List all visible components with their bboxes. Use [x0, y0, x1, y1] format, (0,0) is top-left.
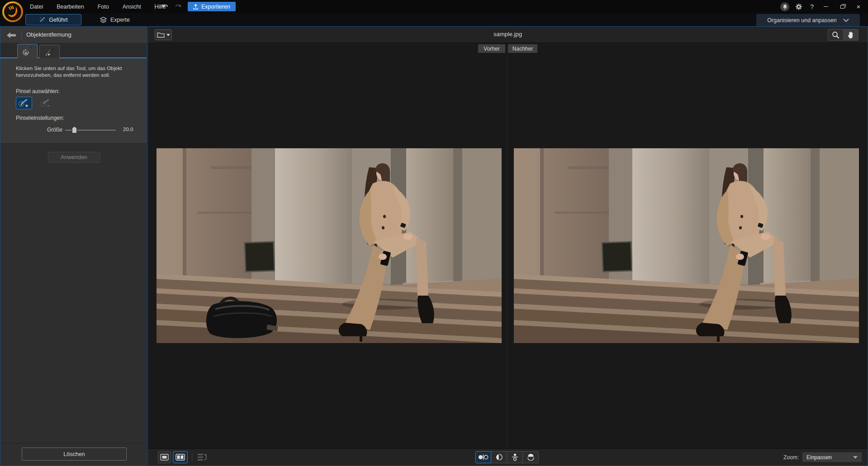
panel-header: Objektentfernung: [0, 27, 147, 43]
organize-adjust-button[interactable]: Organisieren und anpassen: [756, 14, 860, 26]
split-vertical-icon: [495, 454, 503, 461]
undo-button[interactable]: [159, 1, 171, 11]
filename-label: sample.jpg: [148, 31, 868, 38]
split-view-button[interactable]: [173, 451, 188, 463]
instruction-text: Klicken Sie unten auf das Tool, um das O…: [16, 65, 129, 79]
top-bottom-icon: [512, 453, 518, 461]
before-image[interactable]: [157, 148, 502, 343]
tab-mark-object[interactable]: [17, 44, 38, 58]
zoom-label: Zoom:: [783, 454, 799, 461]
size-slider-row: Größe 20.0: [0, 125, 147, 134]
maximize-button[interactable]: [836, 2, 848, 12]
zoom-value: Einpassen: [806, 454, 832, 461]
clear-button[interactable]: Löschen: [22, 447, 127, 461]
panel-title: Objektentfernung: [26, 31, 71, 38]
settings-button[interactable]: [794, 2, 804, 12]
back-arrow-icon: [7, 32, 16, 38]
brush-add-button[interactable]: [16, 97, 32, 109]
magic-wand-icon: [39, 17, 45, 23]
tab-expert-label: Experte: [110, 17, 130, 23]
compare-split-horizontal-button[interactable]: [523, 451, 539, 463]
toolbar-divider: [192, 453, 192, 461]
export-button[interactable]: Exportieren: [188, 2, 236, 11]
brush-add-icon: [18, 99, 30, 108]
tab-guided-label: Geführt: [49, 17, 68, 23]
tool-settings-section: Klicken Sie unten auf das Tool, um das O…: [0, 58, 147, 144]
brush-erase-icon: [44, 47, 56, 57]
size-value: 20.0: [123, 127, 133, 132]
minimize-button[interactable]: [820, 2, 832, 12]
size-slider-handle[interactable]: [72, 127, 77, 133]
single-view-icon: [160, 454, 169, 461]
back-button[interactable]: [4, 29, 19, 41]
gear-icon: [795, 3, 802, 10]
tab-guided[interactable]: Geführt: [25, 14, 81, 25]
undo-icon: [161, 3, 169, 9]
hand-icon: [847, 31, 854, 39]
zoom-caret-icon: [853, 456, 858, 459]
pane-divider: [507, 54, 508, 449]
history-button[interactable]: [196, 452, 209, 463]
header-divider: [21, 30, 22, 40]
minimize-icon: [824, 6, 828, 7]
redo-icon: [174, 3, 182, 9]
menu-ansicht[interactable]: Ansicht: [122, 3, 142, 11]
main-viewer: sample.jpg Vorher Nachher: [147, 26, 868, 466]
close-button[interactable]: ×: [853, 2, 864, 12]
after-image[interactable]: [514, 148, 859, 343]
tab-erase-area[interactable]: [39, 45, 60, 58]
split-view-icon: [175, 454, 185, 461]
chevron-down-icon: [843, 19, 849, 22]
layers-icon: [100, 17, 107, 23]
before-label: Vorher: [478, 44, 505, 53]
history-icon: [197, 453, 208, 462]
menu-bearbeiten[interactable]: Bearbeiten: [56, 3, 85, 11]
brush-tab-strip: [0, 43, 147, 58]
brush-subtract-button[interactable]: [38, 97, 54, 109]
compare-canvas: [148, 54, 868, 449]
zoom-select[interactable]: Einpassen: [802, 452, 862, 462]
title-bar: Datei Bearbeiten Foto Ansicht Hilfe Expo…: [0, 0, 868, 13]
size-label: Größe: [47, 127, 62, 133]
apply-button[interactable]: Anwenden: [48, 152, 100, 163]
single-view-button[interactable]: [158, 451, 171, 463]
panel-bottom-divider: [0, 443, 147, 443]
menu-datei[interactable]: Datei: [29, 3, 44, 11]
pan-tool-button[interactable]: [843, 29, 859, 41]
zoom-tool-button[interactable]: [828, 29, 843, 41]
menu-foto[interactable]: Foto: [97, 3, 110, 11]
compare-split-vertical-button[interactable]: [491, 451, 507, 463]
magnifier-icon: [832, 31, 840, 39]
upload-icon: [193, 4, 198, 9]
toolbar-separator: [154, 3, 155, 10]
compare-top-bottom-button[interactable]: [507, 451, 523, 463]
viewer-toolbar: Zoom: Einpassen: [148, 448, 868, 466]
brush-select-label: Pinsel auswählen:: [16, 88, 60, 94]
side-by-side-icon: [478, 454, 489, 460]
after-label: Nachher: [508, 44, 537, 53]
export-label: Exportieren: [201, 4, 230, 10]
menu-bar: Datei Bearbeiten Foto Ansicht Hilfe: [29, 0, 167, 13]
viewer-header: sample.jpg: [148, 27, 868, 43]
compare-mode-group: [475, 451, 539, 463]
object-removal-panel: Objektentfernung Klicken Sie unten auf d…: [0, 26, 147, 466]
bell-icon: [783, 4, 787, 9]
brush-select-icon: [22, 46, 33, 56]
app-logo: [2, 1, 23, 22]
organize-adjust-label: Organisieren und anpassen: [767, 17, 837, 24]
help-button[interactable]: ?: [808, 3, 816, 10]
maximize-icon: [840, 5, 844, 9]
brush-subtract-icon: [40, 99, 52, 108]
redo-button[interactable]: [172, 1, 184, 11]
notifications-button[interactable]: [780, 2, 789, 11]
after-photo: [514, 148, 859, 343]
compare-labels-row: Vorher Nachher: [148, 43, 868, 54]
split-horizontal-icon: [527, 454, 535, 461]
size-slider-track[interactable]: [65, 130, 116, 131]
before-photo: [157, 148, 502, 343]
tab-expert[interactable]: Experte: [93, 14, 137, 25]
mode-tab-row: Geführt Experte Organisieren und anpasse…: [0, 13, 868, 26]
compare-side-by-side-button[interactable]: [475, 451, 491, 463]
brush-settings-label: Pinseleinstellungen:: [16, 115, 64, 121]
